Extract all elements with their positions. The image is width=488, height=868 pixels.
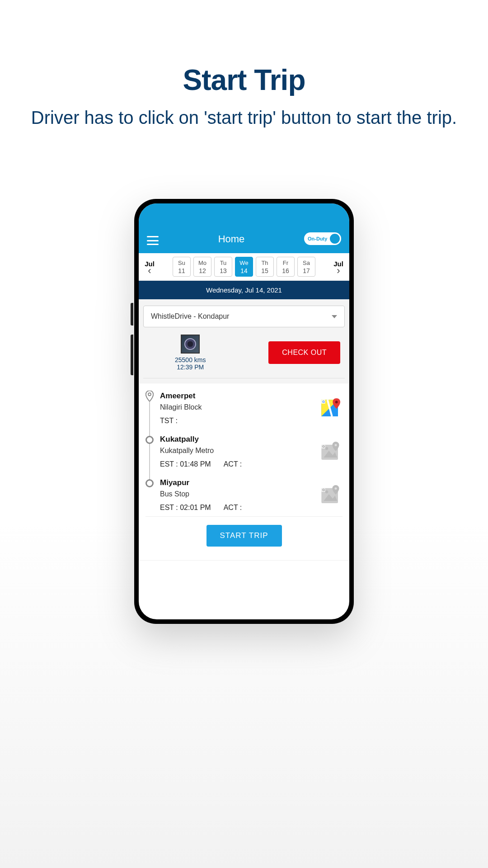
odometer-icon (181, 335, 200, 354)
odometer-row: 25500 kms 12:39 PM CHECK OUT (143, 327, 345, 378)
menu-icon[interactable] (147, 236, 159, 245)
stop-item: Ameerpet Nilagiri Block TST : G (145, 392, 343, 435)
date-box[interactable]: We14 (235, 257, 253, 277)
app-top-bar: Home On-Duty (139, 203, 349, 253)
odometer-kms: 25500 kms (175, 356, 206, 363)
stops-list: Ameerpet Nilagiri Block TST : G Kukatpal… (139, 383, 349, 561)
stop-marker-icon (145, 436, 154, 444)
duty-toggle-label: On-Duty (308, 236, 327, 241)
odometer-info[interactable]: 25500 kms 12:39 PM (175, 335, 206, 371)
stop-name: Ameerpet (160, 392, 316, 401)
stop-est: EST : 02:01 PM (160, 504, 211, 512)
date-next[interactable]: Jul › (330, 260, 347, 274)
checkout-button[interactable]: CHECK OUT (268, 341, 340, 364)
promo-header: Start Trip Driver has to click on 'start… (0, 0, 488, 130)
date-box[interactable]: Fr16 (277, 257, 295, 277)
phone-mockup: Home On-Duty Jul ‹ Su11Mo12Tu13We14Th15F… (134, 199, 354, 624)
map-icon[interactable]: G (320, 483, 343, 505)
svg-text:G: G (322, 444, 325, 448)
stop-sub: Nilagiri Block (160, 403, 316, 411)
stop-name: Kukatpally (160, 435, 316, 444)
svg-point-12 (335, 444, 337, 446)
date-box[interactable]: Th15 (256, 257, 274, 277)
stop-tst: TST : (160, 417, 178, 425)
svg-point-9 (325, 447, 328, 450)
stop-sub: Bus Stop (160, 490, 316, 498)
promo-subtitle: Driver has to click on 'start trip' butt… (0, 105, 488, 130)
duty-toggle[interactable]: On-Duty (304, 232, 341, 245)
date-prev[interactable]: Jul ‹ (141, 260, 158, 274)
stop-name: Miyapur (160, 478, 316, 487)
svg-text:G: G (322, 400, 325, 404)
map-icon[interactable]: G (320, 396, 343, 419)
stop-sub: Kukatpally Metro (160, 447, 316, 455)
date-box[interactable]: Sa17 (297, 257, 315, 277)
map-icon[interactable]: G (320, 439, 343, 462)
site-selector-value: WhistleDrive - Kondapur (151, 312, 229, 321)
date-box[interactable]: Tu13 (214, 257, 232, 277)
stop-act: ACT : (224, 460, 242, 468)
svg-point-0 (148, 393, 151, 396)
stop-act: ACT : (224, 504, 242, 512)
svg-point-6 (335, 401, 338, 403)
stop-item: Kukatpally Kukatpally Metro EST : 01:48 … (145, 435, 343, 478)
chevron-down-icon (332, 315, 337, 318)
date-banner: Wednesday, Jul 14, 2021 (139, 281, 349, 299)
date-box[interactable]: Mo12 (193, 257, 211, 277)
stop-est: EST : 01:48 PM (160, 460, 211, 468)
promo-title: Start Trip (0, 63, 488, 97)
toggle-knob (330, 234, 340, 244)
date-box[interactable]: Su11 (173, 257, 191, 277)
svg-text:G: G (322, 488, 325, 492)
date-strip: Jul ‹ Su11Mo12Tu13We14Th15Fr16Sa17 Jul › (139, 253, 349, 281)
odometer-time: 12:39 PM (175, 363, 206, 371)
pin-icon (145, 392, 154, 401)
site-selector[interactable]: WhistleDrive - Kondapur (143, 306, 345, 327)
stop-item: Miyapur Bus Stop EST : 02:01 PMACT : G (145, 478, 343, 516)
svg-point-15 (325, 491, 328, 494)
app-screen: Home On-Duty Jul ‹ Su11Mo12Tu13We14Th15F… (139, 203, 349, 619)
stop-marker-icon (145, 479, 154, 487)
svg-point-18 (335, 487, 337, 490)
chevron-left-icon: ‹ (141, 268, 158, 274)
screen-title: Home (218, 233, 245, 245)
start-trip-button[interactable]: START TRIP (206, 525, 282, 547)
chevron-right-icon: › (330, 268, 347, 274)
